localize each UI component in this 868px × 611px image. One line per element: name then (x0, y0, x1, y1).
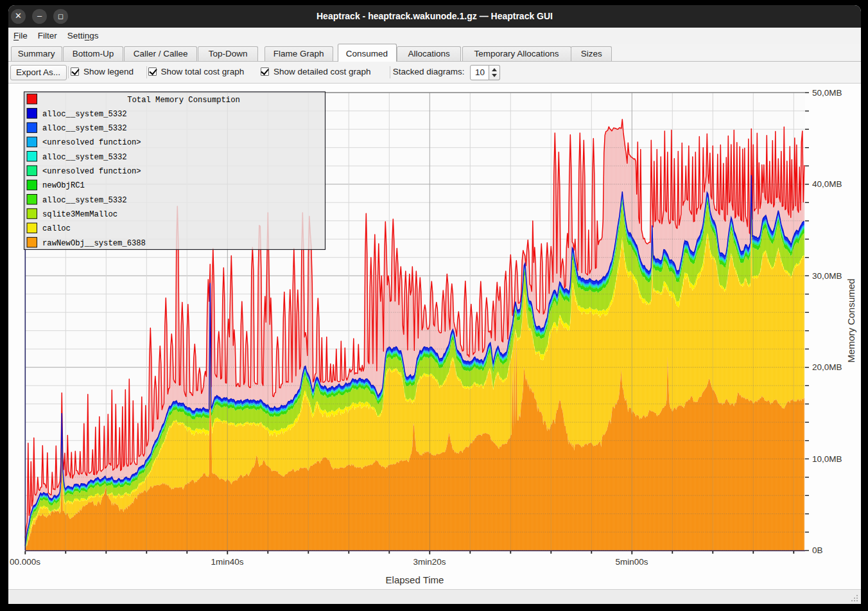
svg-text:5min00s: 5min00s (615, 557, 648, 567)
svg-text:alloc__system_5332: alloc__system_5332 (42, 110, 127, 119)
svg-text:50,0MB: 50,0MB (812, 88, 842, 98)
svg-text:calloc: calloc (42, 224, 71, 233)
svg-text:sqlite3MemMalloc: sqlite3MemMalloc (42, 210, 117, 219)
svg-text:0B: 0B (812, 545, 823, 555)
svg-text:Memory Consumed: Memory Consumed (846, 279, 856, 363)
svg-text:<unresolved function>: <unresolved function> (42, 167, 141, 176)
svg-text:Elapsed Time: Elapsed Time (386, 574, 444, 585)
svg-text:40,0MB: 40,0MB (812, 179, 842, 189)
svg-text:newObjRC1: newObjRC1 (42, 181, 85, 190)
svg-text:alloc__system_5332: alloc__system_5332 (42, 124, 127, 133)
svg-text:alloc__system_5332: alloc__system_5332 (42, 153, 127, 162)
svg-text:30,0MB: 30,0MB (812, 271, 842, 281)
svg-text:10,0MB: 10,0MB (812, 454, 842, 464)
svg-text:00.000s: 00.000s (10, 557, 40, 567)
svg-text:3min20s: 3min20s (413, 557, 446, 567)
svg-text:Total Memory Consumption: Total Memory Consumption (127, 96, 240, 105)
svg-text:20,0MB: 20,0MB (812, 362, 842, 372)
svg-text:alloc__system_5332: alloc__system_5332 (42, 196, 127, 205)
svg-text:rawNewObj__system_6388: rawNewObj__system_6388 (42, 239, 146, 248)
svg-text:<unresolved function>: <unresolved function> (42, 138, 141, 147)
svg-text:1min40s: 1min40s (211, 557, 243, 567)
